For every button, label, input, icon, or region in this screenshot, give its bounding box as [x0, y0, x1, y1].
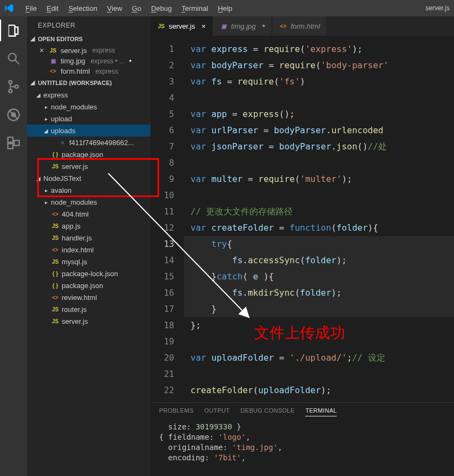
- js-file-icon: JS: [51, 305, 60, 313]
- editor-tab[interactable]: <>form.html: [272, 16, 327, 36]
- title-bar: FileEditSelectionViewGoDebugTerminalHelp…: [0, 0, 454, 16]
- menu-edit[interactable]: Edit: [42, 2, 63, 15]
- json-file-icon: { }: [51, 151, 60, 158]
- html-file-icon: <>: [279, 22, 287, 30]
- item-label: NodeJSText: [43, 174, 81, 182]
- folder-item[interactable]: ▸upload: [27, 113, 150, 125]
- chevron-down-icon: ◢: [29, 35, 36, 42]
- close-icon[interactable]: ×: [201, 22, 206, 30]
- file-item[interactable]: JSmysql.js: [27, 256, 150, 268]
- editor-area: JSserver.js×▣timg.jpg•<>form.html 123456…: [150, 16, 454, 476]
- explorer-icon[interactable]: [6, 23, 21, 38]
- code-area[interactable]: 12345678910111213141516171819202122 var …: [150, 36, 454, 402]
- js-file-icon: JS: [51, 162, 60, 170]
- editor-tab[interactable]: ▣timg.jpg•: [213, 16, 272, 36]
- svg-point-4: [15, 85, 18, 88]
- menu-view[interactable]: View: [102, 2, 127, 15]
- source-control-icon[interactable]: [6, 79, 21, 94]
- folder-item[interactable]: ▸node_modules: [27, 196, 150, 208]
- svg-point-3: [9, 89, 12, 93]
- panel-tab-output[interactable]: OUTPUT: [205, 407, 230, 416]
- vscode-logo-icon: [4, 3, 14, 13]
- bottom-panel: PROBLEMSOUTPUTDEBUG CONSOLETERMINAL size…: [150, 402, 454, 476]
- activity-bar: [0, 16, 27, 476]
- item-label: server.js: [62, 162, 88, 171]
- js-file-icon: JS: [49, 47, 57, 54]
- close-icon[interactable]: ×: [38, 46, 45, 55]
- chevron-right-icon: ▸: [43, 116, 49, 122]
- file-item[interactable]: JSapp.js: [27, 220, 150, 232]
- img-file-icon: ▣: [219, 22, 228, 30]
- file-item[interactable]: JShandler.js: [27, 232, 150, 244]
- modified-dot-icon: •: [262, 21, 266, 31]
- editor-tab[interactable]: JSserver.js×: [150, 16, 213, 36]
- terminal-output[interactable]: size: 30199330 } { fieldname: 'logo', or…: [150, 420, 454, 476]
- extensions-icon[interactable]: [6, 135, 21, 151]
- txt-file-icon: ≡: [58, 139, 67, 146]
- workspace-label: UNTITLED (WORKSPACE): [38, 80, 112, 86]
- panel-tab-terminal[interactable]: TERMINAL: [305, 407, 337, 416]
- menu-go[interactable]: Go: [127, 2, 146, 15]
- js-file-icon: JS: [51, 258, 60, 265]
- js-file-icon: JS: [51, 234, 60, 242]
- open-editors-header[interactable]: ◢ OPEN EDITORS: [27, 34, 150, 44]
- open-editor-item[interactable]: ×JSserver.jsexpress: [27, 45, 150, 56]
- file-item[interactable]: <>review.html: [27, 291, 150, 303]
- menu-terminal[interactable]: Terminal: [176, 2, 213, 15]
- open-editor-item[interactable]: ▣timg.jpgexpress • ...•: [27, 56, 150, 66]
- chevron-down-icon: ◢: [36, 92, 41, 98]
- panel-tabs: PROBLEMSOUTPUTDEBUG CONSOLETERMINAL: [150, 403, 454, 420]
- svg-point-0: [9, 54, 16, 61]
- menu-debug[interactable]: Debug: [146, 2, 176, 15]
- chevron-down-icon: ◢: [43, 128, 49, 134]
- item-label: server.js: [62, 317, 88, 325]
- menu-help[interactable]: Help: [213, 2, 238, 15]
- file-item[interactable]: <>index.html: [27, 244, 150, 256]
- file-item[interactable]: { }package-lock.json: [27, 268, 150, 279]
- search-icon[interactable]: [6, 51, 21, 66]
- folder-item[interactable]: ▸node_modules: [27, 101, 150, 113]
- window-title: server.js: [425, 4, 450, 12]
- debug-icon[interactable]: [6, 107, 21, 122]
- folder-item[interactable]: ▸avalon: [27, 184, 150, 196]
- panel-tab-problems[interactable]: PROBLEMS: [159, 407, 194, 416]
- file-tree: ◢express▸node_modules▸upload◢uploads≡f41…: [27, 88, 150, 328]
- file-item[interactable]: JSserver.js: [27, 160, 150, 172]
- folder-item[interactable]: ◢express: [27, 89, 150, 101]
- file-item[interactable]: { }package.json: [27, 148, 150, 160]
- item-label: index.html: [62, 246, 94, 254]
- open-editors-list: ×JSserver.jsexpress▣timg.jpgexpress • ..…: [27, 44, 150, 77]
- code-content[interactable]: var express = require('express');var bod…: [184, 36, 454, 402]
- file-item[interactable]: ≡f411f7469e498662...: [27, 136, 150, 148]
- item-label: 404.html: [62, 210, 89, 218]
- menu-file[interactable]: File: [21, 2, 42, 15]
- file-item[interactable]: JSrouter.js: [27, 303, 150, 315]
- item-label: node_modules: [51, 103, 97, 111]
- svg-rect-10: [14, 140, 19, 145]
- item-label: uploads: [51, 127, 76, 135]
- sidebar-title: EXPLORER: [27, 16, 150, 34]
- folder-item[interactable]: ◢uploads: [27, 125, 150, 136]
- html-file-icon: <>: [49, 68, 57, 75]
- tab-label: form.html: [291, 22, 320, 30]
- file-item[interactable]: JSserver.js: [27, 315, 150, 327]
- line-gutter: 12345678910111213141516171819202122: [150, 36, 184, 402]
- file-name: form.html: [61, 67, 90, 75]
- file-item[interactable]: <>404.html: [27, 208, 150, 220]
- item-label: express: [43, 91, 68, 99]
- tab-label: server.js: [169, 22, 195, 30]
- js-file-icon: JS: [157, 22, 166, 30]
- open-editor-item[interactable]: <>form.htmlexpress: [27, 66, 150, 76]
- editor-tabs: JSserver.js×▣timg.jpg•<>form.html: [150, 16, 454, 36]
- item-label: package.json: [62, 151, 103, 159]
- item-label: mysql.js: [62, 258, 87, 266]
- file-item[interactable]: { }package.json: [27, 279, 150, 291]
- item-label: package.json: [62, 282, 103, 290]
- folder-item[interactable]: ◢NodeJSText: [27, 172, 150, 184]
- file-desc: express • ...: [91, 57, 125, 65]
- workspace-header[interactable]: ◢ UNTITLED (WORKSPACE): [27, 77, 150, 88]
- html-file-icon: <>: [51, 246, 60, 253]
- js-file-icon: JS: [51, 222, 60, 230]
- panel-tab-debug-console[interactable]: DEBUG CONSOLE: [241, 407, 295, 416]
- menu-selection[interactable]: Selection: [63, 2, 102, 15]
